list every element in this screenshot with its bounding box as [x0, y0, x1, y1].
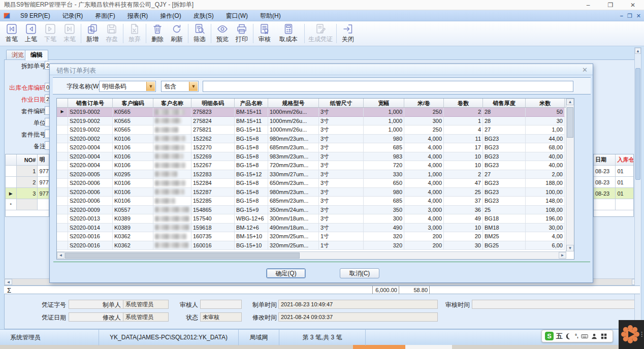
column-header[interactable]: 纸管尺寸	[319, 99, 364, 107]
ime-toolbar[interactable]: S 五 °,	[541, 330, 613, 342]
row-selector[interactable]	[57, 117, 68, 126]
form-field-5[interactable]	[45, 130, 49, 138]
maximize-icon[interactable]: ❐	[599, 0, 622, 10]
mdi-restore-icon[interactable]: ❐	[627, 13, 632, 19]
scroll-left-icon[interactable]: ◄	[57, 252, 65, 259]
table-row[interactable]: S2020-0016K0362160016BG-15+10320mm/25um.…	[57, 241, 574, 250]
form-field-4[interactable]	[45, 118, 49, 126]
column-header[interactable]: 米/卷	[404, 99, 444, 107]
wubi-mode-icon[interactable]: 五	[556, 332, 563, 341]
grid-row[interactable]: 08-2301	[594, 188, 633, 199]
operator-select[interactable]: 包含 ▼	[161, 81, 199, 92]
menu-item-5[interactable]: 皮肤(S)	[187, 10, 220, 21]
filter-button[interactable]: 筛选	[190, 22, 209, 45]
nav-first-button[interactable]: 首笔	[2, 22, 21, 45]
close-form-button[interactable]: 关闭	[338, 22, 358, 45]
form-field-3[interactable]	[45, 106, 49, 115]
grid-row[interactable]: *	[6, 199, 49, 210]
refresh-button[interactable]: 刷新	[167, 22, 186, 45]
row-selector[interactable]	[57, 161, 68, 170]
desktop-app-overlay[interactable]: •••	[619, 320, 644, 349]
filter-search-input[interactable]	[203, 81, 573, 92]
table-row[interactable]: ▶S2019-0002K0565275823BM-15+111000mm/26u…	[57, 108, 574, 117]
mdi-minimize-icon[interactable]: –	[620, 13, 623, 19]
cancel-button[interactable]: 取消(C)	[340, 268, 379, 278]
column-header[interactable]	[57, 99, 68, 107]
menu-item-0[interactable]: S9 ERP(E)	[14, 10, 56, 21]
table-row[interactable]: S2020-0004K0106152267BG-15+8720mm/23um..…	[57, 161, 574, 170]
menu-item-7[interactable]: 帮助(H)	[254, 10, 287, 21]
table-row[interactable]: S2020-0002K0106152262BG-15+8980mm/23um..…	[57, 135, 574, 144]
menu-item-3[interactable]: 报表(R)	[121, 10, 154, 21]
field-name-select[interactable]: 明细条码 ▼	[99, 81, 156, 92]
column-header[interactable]: 产品名称	[235, 99, 268, 107]
cost-button[interactable]: 取成本	[274, 22, 303, 45]
row-selector[interactable]	[57, 241, 68, 250]
table-row[interactable]: S2020-0006K0106152287BG-15+8980mm/23um..…	[57, 188, 574, 197]
table-horizontal-scrollbar[interactable]: ◄ ►	[57, 251, 566, 259]
table-row[interactable]: S2020-0006K0106152285BG-15+8685mm/23um..…	[57, 197, 574, 206]
grid-row[interactable]	[594, 199, 633, 210]
grid-row[interactable]: 08-2301	[594, 166, 633, 177]
row-selector[interactable]	[57, 188, 68, 197]
row-selector[interactable]	[57, 197, 68, 206]
grid-row[interactable]: 297792	[6, 177, 49, 188]
menu-item-2[interactable]: 界面(F)	[89, 10, 121, 21]
punctuation-icon[interactable]: °,	[575, 333, 578, 339]
nav-prev-button[interactable]: 上笔	[21, 22, 41, 45]
drag-handle-dots[interactable]: •••	[641, 331, 642, 337]
close-icon[interactable]: ✕	[622, 0, 644, 10]
column-header[interactable]: 宽幅	[364, 99, 404, 107]
mdi-close-icon[interactable]: ✕	[636, 13, 641, 19]
table-row[interactable]: S2020-0004K0106152269BG-15+8983mm/23um..…	[57, 152, 574, 162]
column-header[interactable]: 客户编码	[113, 99, 153, 107]
table-row[interactable]: S2020-0009K0557154865BG-15+9350mm/24um..…	[57, 206, 574, 215]
column-header[interactable]: 销售厚度	[483, 99, 526, 107]
row-selector[interactable]: ▶	[57, 108, 68, 117]
column-header[interactable]: 卷数	[444, 99, 483, 107]
row-selector[interactable]	[57, 135, 68, 144]
form-field-2[interactable]: 2	[45, 94, 49, 103]
chevron-down-icon[interactable]: ▼	[146, 82, 155, 91]
table-row[interactable]: S2020-0004K0106152270BG-15+8685mm/23um..…	[57, 143, 574, 152]
scroll-up-icon[interactable]: ▲	[635, 48, 641, 54]
dialog-close-icon[interactable]: ✕	[582, 66, 588, 74]
chevron-down-icon[interactable]: ▼	[189, 82, 198, 91]
grid-menu-icon[interactable]	[600, 333, 607, 340]
table-row[interactable]: S2020-0014K0389159618BM-12+6490mm/18um..…	[57, 224, 574, 233]
menu-item-4[interactable]: 操作(O)	[154, 10, 187, 21]
delete-button[interactable]: 删除	[148, 22, 167, 45]
scrollbar-thumb[interactable]	[65, 252, 300, 259]
print-button[interactable]: 打印	[232, 22, 251, 45]
user-icon[interactable]	[591, 333, 598, 340]
grid-row[interactable]: 197792	[6, 166, 49, 177]
table-row[interactable]: S2019-0002K0565275824BM-15+111000mm/26u.…	[57, 117, 574, 126]
tab-edit[interactable]: 编辑	[25, 50, 48, 60]
scroll-right-icon[interactable]: ►	[559, 252, 566, 259]
scroll-left-icon[interactable]: ◄	[5, 279, 12, 285]
row-selector[interactable]	[57, 232, 68, 241]
moon-icon[interactable]	[565, 333, 572, 340]
row-selector[interactable]	[57, 224, 68, 233]
form-field-6[interactable]	[45, 141, 49, 150]
scrollbar-thumb[interactable]	[635, 68, 640, 180]
row-selector[interactable]	[57, 206, 68, 215]
scroll-up-icon[interactable]: ▲	[566, 99, 574, 105]
table-row[interactable]: S2020-0005K0295152283BG-15+12330mm/27um.…	[57, 170, 574, 179]
menu-item-1[interactable]: 记录(R)	[56, 10, 89, 21]
row-selector[interactable]	[57, 214, 68, 224]
column-header[interactable]: 米数	[526, 99, 565, 107]
form-field-0[interactable]: 2	[45, 61, 49, 70]
row-selector[interactable]	[57, 125, 68, 135]
dialog-title-bar[interactable]: 销售订单列表 ✕	[50, 64, 593, 75]
row-selector[interactable]	[57, 179, 68, 188]
preview-button[interactable]: 预览	[213, 22, 232, 45]
row-selector[interactable]	[57, 152, 68, 162]
column-header[interactable]: 销售订单号	[68, 99, 113, 107]
column-header[interactable]: 规格型号	[268, 99, 319, 107]
menu-item-6[interactable]: 窗口(W)	[220, 10, 254, 21]
row-selector[interactable]	[57, 143, 68, 152]
sogou-logo-icon[interactable]: S	[545, 332, 554, 340]
row-selector[interactable]	[57, 170, 68, 179]
table-row[interactable]: S2020-0013K0389157540WBG-12+6300mm/18um.…	[57, 214, 574, 224]
